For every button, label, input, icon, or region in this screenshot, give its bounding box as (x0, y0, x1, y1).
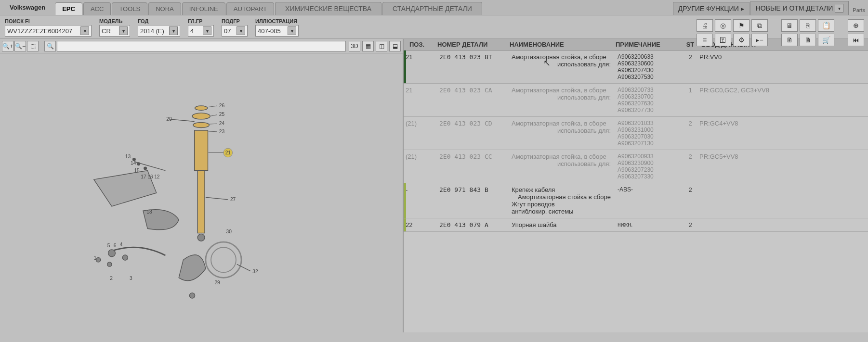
zoom-in-icon[interactable]: 🔍+ (2, 41, 13, 51)
tire-icon[interactable]: ◎ (715, 19, 731, 32)
table-row[interactable]: 21 2E0 413 023 CA Амортизаторная стойка,… (404, 84, 868, 117)
data-cell: PR:GC5+VV8 (697, 153, 868, 160)
svg-text:26: 26 (219, 103, 225, 108)
link-icon[interactable]: ⧉ (751, 19, 768, 32)
search-icon[interactable]: 🔍 (44, 41, 56, 51)
main-tabs: EPC ACC TOOLS NORA INFOLINE AUTOPART ХИМ… (55, 2, 673, 15)
svg-text:17: 17 (141, 174, 147, 179)
table-row[interactable]: - 2E0 971 843 B Крепеж кабеляАмортизатор… (404, 183, 868, 218)
name-cell: Амортизаторная стойка, в сбореиспользова… (510, 53, 616, 68)
copy-icon[interactable]: ⎘ (800, 19, 816, 32)
window-icon[interactable]: ◫ (376, 41, 387, 51)
table-row[interactable]: 21 2E0 413 023 BT Амортизаторная стойка,… (404, 51, 868, 84)
table-row[interactable]: 22 2E0 413 079 A Упорная шайба нижн. 2 (404, 218, 868, 232)
podgr-value: 07 (224, 27, 231, 35)
print-icon[interactable]: 🖨 (697, 19, 713, 32)
tab-new-parts-label: НОВЫЕ И ОТМ.ДЕТАЛИ (756, 4, 833, 12)
st-cell: 2 (683, 153, 697, 160)
year-value: 2014 (E) (140, 27, 164, 35)
part-cell: 2E0 413 023 BT (437, 53, 510, 61)
zoom-fit-icon[interactable]: ⬚ (27, 41, 39, 51)
doc2-icon[interactable]: 🗎 (800, 34, 816, 46)
pos-cell: (21) (404, 153, 437, 160)
col-st[interactable]: ST (683, 41, 697, 48)
st-cell: 2 (683, 186, 697, 193)
note-cell: A9063200733A9063230700A9063207630A906320… (616, 87, 683, 114)
data-cell: PR:GC4+VV8 (697, 120, 868, 127)
dropdown-icon[interactable] (169, 26, 178, 35)
tab-new-parts[interactable]: НОВЫЕ И ОТМ.ДЕТАЛИ (750, 1, 849, 15)
monitor-icon[interactable]: 🖥 (781, 19, 798, 32)
col-note[interactable]: ПРИМЕЧАНИЕ (616, 41, 683, 48)
list-icon[interactable]: ≡ (697, 34, 713, 46)
svg-point-15 (211, 247, 236, 272)
col-name[interactable]: НАИМЕНОВАНИЕ (510, 41, 616, 48)
dropdown-icon[interactable] (288, 26, 296, 35)
split-icon[interactable]: ⬓ (389, 41, 401, 51)
doc-icon[interactable]: 🗎 (781, 34, 798, 46)
dropdown-icon[interactable] (80, 26, 89, 35)
first-icon[interactable]: ⏮ (848, 34, 864, 46)
note-cell: -ABS- (616, 186, 683, 193)
podgr-label: ПОДГР (222, 18, 248, 24)
part-cell: 2E0 413 079 A (437, 221, 510, 228)
tab-nora[interactable]: NORA (148, 2, 181, 15)
col-part[interactable]: НОМЕР ДЕТАЛИ (437, 41, 510, 48)
dropdown-icon[interactable] (835, 4, 843, 13)
svg-point-12 (107, 262, 112, 266)
podgr-select[interactable]: 07 (222, 25, 248, 37)
grid-icon[interactable]: ▦ (362, 41, 374, 51)
part-cell: 2E0 413 023 CD (437, 120, 510, 127)
key-icon[interactable]: ⚿ (715, 34, 731, 46)
year-select[interactable]: 2014 (E) (138, 25, 180, 37)
search-label: ПОИСК FI (5, 18, 92, 24)
target-icon[interactable]: ⊕ (848, 19, 864, 32)
table-row[interactable]: (21) 2E0 413 023 CD Амортизаторная стойк… (404, 117, 868, 150)
search-value: WV1ZZZ2EZE6004207 (7, 27, 72, 35)
name-cell: Амортизаторная стойка, в сбореиспользова… (510, 87, 616, 101)
illus-select[interactable]: 407-005 (255, 25, 299, 37)
tab-epc[interactable]: EPC (55, 2, 82, 15)
dropdown-icon[interactable] (119, 26, 128, 35)
search-input[interactable]: WV1ZZZ2EZE6004207 (5, 25, 92, 37)
tab-acc[interactable]: ACC (83, 2, 111, 15)
table-row[interactable]: (21) 2E0 413 023 CC Амортизаторная стойк… (404, 150, 868, 183)
model-select[interactable]: CR (99, 25, 130, 37)
name-cell: Амортизаторная стойка, в сбореиспользова… (510, 120, 616, 134)
st-cell: 2 (683, 221, 697, 228)
tab-tools[interactable]: TOOLS (112, 2, 147, 15)
cart-icon[interactable]: 🛒 (818, 34, 834, 46)
col-pos[interactable]: ПОЗ. (404, 41, 437, 48)
data-cell: PR:VV0 (697, 53, 868, 61)
diagram-search-input[interactable] (57, 41, 346, 51)
part-cell: 2E0 971 843 B (437, 186, 510, 193)
svg-line-6 (170, 119, 195, 122)
svg-point-2 (193, 122, 209, 127)
pos-cell: 21 (404, 87, 437, 94)
svg-text:2: 2 (110, 276, 113, 281)
tab-other-functions[interactable]: ДРУГИЕ ФУНКЦИИ ▸ (673, 2, 750, 15)
part-cell: 2E0 413 023 CC (437, 153, 510, 160)
parts-table: ПОЗ. НОМЕР ДЕТАЛИ НАИМЕНОВАНИЕ ПРИМЕЧАНИ… (403, 39, 868, 332)
tab-chem[interactable]: ХИМИЧЕСКИЕ ВЕЩЕСТВА (275, 2, 381, 15)
play-icon[interactable]: ▸− (751, 34, 768, 46)
glgr-label: ГЛ.ГР (188, 18, 214, 24)
svg-text:15: 15 (134, 168, 140, 173)
tab-autopart[interactable]: AUTOPART (226, 2, 274, 15)
glgr-select[interactable]: 4 (188, 25, 214, 37)
svg-rect-3 (198, 171, 205, 233)
illus-value: 407-005 (258, 27, 281, 35)
tab-standard[interactable]: СТАНДАРТНЫЕ ДЕТАЛИ (382, 2, 482, 15)
dropdown-icon[interactable] (237, 26, 245, 35)
dropdown-icon[interactable] (203, 26, 211, 35)
model-label: МОДЕЛЬ (99, 18, 130, 24)
year-label: ГОД (138, 18, 180, 24)
gear-icon[interactable]: ⚙ (733, 34, 750, 46)
tab-infoline[interactable]: INFOLINE (182, 2, 225, 15)
view-3d-button[interactable]: 3D (349, 41, 360, 51)
zoom-bar: 🔍+ 🔍− ⬚ 🔍 3D ▦ ◫ ⬓ (0, 39, 403, 53)
parts-diagram[interactable]: 26 25 24 23 20 21 27 13 14 15 17 16 12 1… (0, 53, 403, 332)
clipboard-icon[interactable]: 📋 (818, 19, 834, 32)
flag-icon[interactable]: ⚑ (733, 19, 750, 32)
zoom-out-icon[interactable]: 🔍− (14, 41, 26, 51)
